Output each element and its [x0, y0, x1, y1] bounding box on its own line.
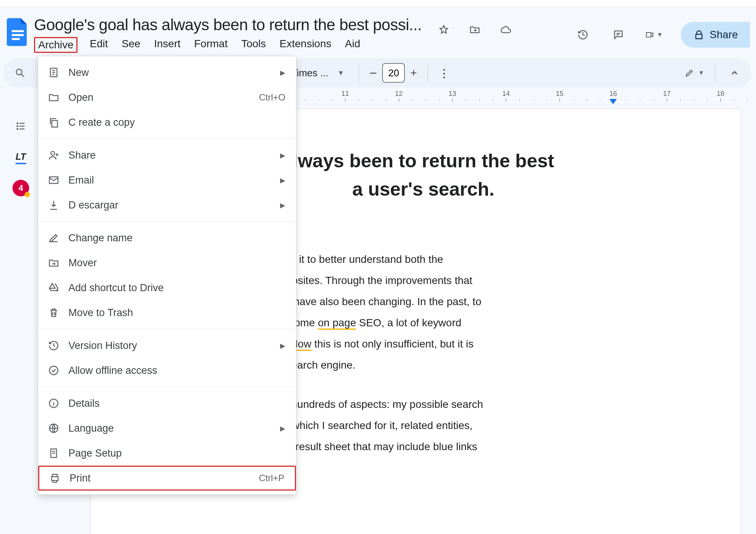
page-setup-icon [47, 447, 60, 460]
more-options-icon[interactable]: ⋮ [438, 66, 450, 80]
globe-icon [47, 422, 60, 435]
menu-item-label: Print [70, 472, 91, 484]
menu-item-label: Version History [68, 340, 137, 352]
chevron-down-icon: ▼ [338, 69, 344, 77]
ruler-tick: 14 [502, 90, 510, 102]
comments-icon[interactable] [610, 26, 627, 43]
menu-item-print[interactable]: PrintCtrl+P [38, 466, 296, 491]
menu-item-new[interactable]: New▸ [38, 60, 296, 85]
offline-icon [47, 364, 60, 377]
version-history-icon[interactable] [574, 26, 592, 43]
indent-marker[interactable] [609, 99, 617, 104]
menu-item-email[interactable]: Email▸ [38, 168, 296, 193]
ruler-tick: 13 [449, 90, 456, 102]
menu-see[interactable]: See [120, 37, 142, 53]
menu-item-open[interactable]: OpenCtrl+O [38, 85, 296, 110]
menu-item-move-to-trash[interactable]: Move to Trash [38, 300, 296, 325]
svg-point-6 [51, 151, 55, 155]
menu-item-label: Share [68, 150, 96, 161]
header-right-actions: ▼ Share [574, 22, 751, 48]
info-icon [47, 397, 60, 410]
chevron-down-icon: ▼ [698, 69, 704, 76]
menu-extensions[interactable]: Extensions [278, 37, 333, 53]
submenu-arrow-icon: ▸ [280, 199, 285, 211]
person-add-icon [47, 149, 60, 162]
decrease-font-button[interactable]: − [370, 66, 377, 80]
document-title[interactable]: Google's goal has always been to return … [34, 16, 421, 34]
menu-bar: Archive Edit See Insert Format Tools Ext… [34, 37, 421, 53]
menu-item-language[interactable]: Language▸ [38, 416, 296, 441]
svg-point-3 [17, 128, 18, 130]
docs-logo-icon[interactable] [7, 18, 29, 46]
rename-icon [47, 232, 60, 244]
print-icon [48, 472, 61, 485]
menu-item-version-history[interactable]: Version History▸ [38, 333, 296, 358]
menu-item-label: C reate a copy [68, 117, 135, 128]
present-meet-icon[interactable]: ▼ [645, 26, 663, 43]
menu-item-details[interactable]: Details [38, 391, 296, 416]
ruler-tick: 15 [556, 90, 563, 102]
menu-item-label: Language [68, 423, 114, 434]
left-gutter: LT 4 [0, 90, 42, 534]
font-family-select[interactable]: Times ... ▼ [287, 67, 348, 79]
menu-format[interactable]: Format [192, 37, 229, 53]
menu-item-label: Mover [68, 257, 97, 269]
menu-item-label: Add shortcut to Drive [68, 282, 164, 294]
mail-icon [47, 174, 60, 187]
menu-item-page-setup[interactable]: Page Setup [38, 441, 296, 466]
menu-item-label: Page Setup [68, 448, 122, 459]
menu-item-d-escargar[interactable]: D escargar▸ [38, 193, 296, 218]
ruler-tick: 11 [341, 90, 349, 102]
menu-insert[interactable]: Insert [152, 37, 182, 53]
search-icon[interactable] [11, 64, 29, 82]
history-icon [47, 339, 60, 352]
menu-separator [38, 139, 296, 139]
menu-archive[interactable]: Archive [34, 37, 77, 53]
increase-font-button[interactable]: + [410, 66, 417, 79]
outline-icon[interactable] [11, 116, 31, 136]
doc-icon [47, 66, 60, 79]
svg-point-2 [17, 125, 18, 127]
menu-separator [38, 329, 296, 329]
font-size-group: − + [370, 63, 417, 83]
menu-edit[interactable]: Edit [88, 37, 109, 53]
collapse-toolbar-icon[interactable] [726, 64, 743, 82]
ruler-tick: 18 [717, 90, 724, 102]
menu-separator [38, 221, 296, 222]
menu-aid[interactable]: Aid [344, 37, 362, 53]
menu-item-c-reate-a-copy[interactable]: C reate a copy [38, 110, 296, 135]
menu-item-label: Details [68, 398, 100, 409]
menu-separator [38, 387, 296, 387]
archive-dropdown-menu: New▸OpenCtrl+OC reate a copyShare▸Email▸… [38, 56, 296, 495]
pencil-icon [685, 68, 694, 78]
menu-item-add-shortcut-to-drive[interactable]: Add shortcut to Drive [38, 275, 296, 300]
menu-item-change-name[interactable]: Change name [38, 225, 296, 250]
star-icon[interactable] [435, 21, 452, 39]
menu-item-allow-offline-access[interactable]: Allow offline access [38, 358, 296, 383]
toolbar-separator [715, 65, 715, 81]
font-family-label: Times ... [291, 67, 328, 79]
languagetool-icon[interactable]: LT [11, 148, 31, 168]
svg-point-0 [16, 69, 22, 75]
menu-shortcut: Ctrl+P [259, 473, 284, 483]
move-to-folder-icon[interactable] [466, 21, 483, 39]
lock-icon [694, 29, 704, 40]
toolbar-separator [359, 65, 359, 81]
editing-mode-button[interactable]: ▼ [685, 68, 704, 78]
title-block: Google's goal has always been to return … [34, 16, 421, 53]
menu-item-share[interactable]: Share▸ [38, 143, 296, 168]
menu-item-label: New [68, 67, 89, 79]
menu-item-mover[interactable]: Mover [38, 250, 296, 275]
menu-tools[interactable]: Tools [240, 37, 267, 53]
svg-rect-5 [52, 120, 57, 127]
notification-badge[interactable]: 4 [12, 180, 29, 196]
submenu-arrow-icon: ▸ [280, 149, 285, 161]
menu-item-label: Change name [68, 232, 133, 244]
share-button[interactable]: Share [681, 22, 750, 48]
ruler-tick: 12 [395, 90, 403, 102]
menu-item-label: Allow offline access [68, 365, 157, 377]
font-size-input[interactable] [382, 63, 405, 83]
drive-shortcut-icon [47, 281, 60, 294]
cloud-saved-icon[interactable] [497, 21, 514, 39]
submenu-arrow-icon: ▸ [280, 340, 285, 352]
